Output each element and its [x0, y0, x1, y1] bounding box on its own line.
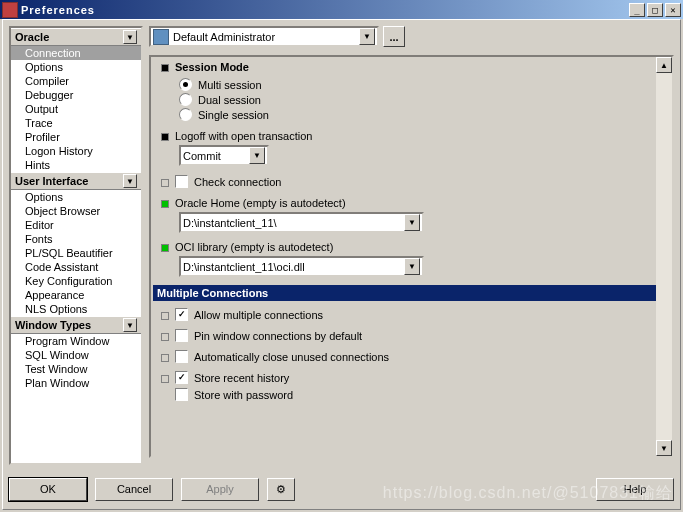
- sidebar-item-editor[interactable]: Editor: [11, 218, 141, 232]
- category-label: User Interface: [15, 175, 88, 187]
- ok-button[interactable]: OK: [9, 478, 87, 501]
- category-header-window-types[interactable]: Window Types ▼: [11, 316, 141, 334]
- sidebar-item-output[interactable]: Output: [11, 102, 141, 116]
- sidebar-item-key-config[interactable]: Key Configuration: [11, 274, 141, 288]
- marker-icon: [161, 312, 169, 320]
- checkbox-label: Store recent history: [194, 372, 289, 384]
- checkbox-label: Automatically close unused connections: [194, 351, 389, 363]
- checkbox-icon: [175, 175, 188, 188]
- oracle-home-input[interactable]: D:\instantclient_11\ ▼: [179, 212, 424, 233]
- checkbox-icon: [175, 308, 188, 321]
- sidebar-item-connection[interactable]: Connection: [11, 46, 141, 60]
- checkbox-icon: [175, 329, 188, 342]
- logoff-label: Logoff with open transaction: [175, 130, 312, 142]
- checkbox-label: Allow multiple connections: [194, 309, 323, 321]
- scroll-up-icon[interactable]: ▲: [656, 57, 672, 73]
- pin-window-row[interactable]: Pin window connections by default: [161, 328, 650, 343]
- radio-label: Multi session: [198, 79, 262, 91]
- sidebar-item-beautifier[interactable]: PL/SQL Beautifier: [11, 246, 141, 260]
- scroll-thumb[interactable]: [656, 73, 672, 440]
- logoff-group: Logoff with open transaction Commit ▼: [161, 130, 650, 166]
- store-history-row[interactable]: Store recent history: [161, 370, 650, 385]
- sidebar-item-appearance[interactable]: Appearance: [11, 288, 141, 302]
- maximize-button[interactable]: □: [647, 3, 663, 17]
- sidebar-item-fonts[interactable]: Fonts: [11, 232, 141, 246]
- session-mode-group: Session Mode Multi session Dual session …: [161, 61, 650, 122]
- sidebar-item-code-assistant[interactable]: Code Assistant: [11, 260, 141, 274]
- sidebar-item-profiler[interactable]: Profiler: [11, 130, 141, 144]
- chevron-down-icon[interactable]: ▼: [404, 214, 420, 231]
- category-header-ui[interactable]: User Interface ▼: [11, 172, 141, 190]
- chevron-down-icon[interactable]: ▼: [249, 147, 265, 164]
- radio-label: Single session: [198, 109, 269, 121]
- sidebar-item-options[interactable]: Options: [11, 60, 141, 74]
- checkbox-icon: [175, 371, 188, 384]
- export-config-button[interactable]: ⚙: [267, 478, 295, 501]
- session-mode-label: Session Mode: [175, 61, 249, 73]
- scroll-down-icon[interactable]: ▼: [656, 440, 672, 456]
- check-connection-row[interactable]: Check connection: [161, 174, 650, 189]
- chevron-down-icon[interactable]: ▼: [123, 30, 137, 44]
- oci-library-input[interactable]: D:\instantclient_11\oci.dll ▼: [179, 256, 424, 277]
- marker-icon: [161, 375, 169, 383]
- allow-multiple-row[interactable]: Allow multiple connections: [161, 307, 650, 322]
- profile-icon: [153, 29, 169, 45]
- category-header-oracle[interactable]: Oracle ▼: [11, 28, 141, 46]
- marker-icon: [161, 179, 169, 187]
- oci-library-label: OCI library (empty is autodetect): [175, 241, 333, 253]
- sidebar-item-hints[interactable]: Hints: [11, 158, 141, 172]
- marker-icon: [161, 200, 169, 208]
- sidebar-item-plan-window[interactable]: Plan Window: [11, 376, 141, 390]
- content-area: Default Administrator ▼ ... Session Mode…: [149, 26, 674, 465]
- oracle-home-label: Oracle Home (empty is autodetect): [175, 197, 346, 209]
- auto-close-row[interactable]: Automatically close unused connections: [161, 349, 650, 364]
- help-button[interactable]: Help: [596, 478, 674, 501]
- sidebar-item-program-window[interactable]: Program Window: [11, 334, 141, 348]
- sidebar-item-trace[interactable]: Trace: [11, 116, 141, 130]
- radio-label: Dual session: [198, 94, 261, 106]
- marker-icon: [161, 244, 169, 252]
- radio-icon: [179, 93, 192, 106]
- store-password-row[interactable]: Store with password: [161, 387, 650, 402]
- profile-select[interactable]: Default Administrator ▼: [149, 26, 379, 47]
- sidebar-item-compiler[interactable]: Compiler: [11, 74, 141, 88]
- profile-more-button[interactable]: ...: [383, 26, 405, 47]
- oci-library-group: OCI library (empty is autodetect) D:\ins…: [161, 241, 650, 277]
- sidebar-item-logon-history[interactable]: Logon History: [11, 144, 141, 158]
- radio-multi-session[interactable]: Multi session: [161, 77, 650, 92]
- category-label: Oracle: [15, 31, 49, 43]
- vertical-scrollbar[interactable]: ▲ ▼: [656, 57, 672, 456]
- oracle-home-value: D:\instantclient_11\: [183, 217, 404, 229]
- cancel-button[interactable]: Cancel: [95, 478, 173, 501]
- category-label: Window Types: [15, 319, 91, 331]
- apply-button[interactable]: Apply: [181, 478, 259, 501]
- chevron-down-icon[interactable]: ▼: [123, 318, 137, 332]
- marker-icon: [161, 133, 169, 141]
- category-sidebar: Oracle ▼ Connection Options Compiler Deb…: [9, 26, 143, 465]
- close-button[interactable]: ✕: [665, 3, 681, 17]
- sidebar-item-nls[interactable]: NLS Options: [11, 302, 141, 316]
- profile-selected-text: Default Administrator: [173, 31, 359, 43]
- oci-library-value: D:\instantclient_11\oci.dll: [183, 261, 404, 273]
- radio-single-session[interactable]: Single session: [161, 107, 650, 122]
- checkbox-icon: [175, 350, 188, 363]
- radio-dual-session[interactable]: Dual session: [161, 92, 650, 107]
- window-body: Oracle ▼ Connection Options Compiler Deb…: [2, 19, 681, 510]
- radio-icon: [179, 78, 192, 91]
- logoff-select[interactable]: Commit ▼: [179, 145, 269, 166]
- sidebar-item-object-browser[interactable]: Object Browser: [11, 204, 141, 218]
- checkbox-label: Pin window connections by default: [194, 330, 362, 342]
- chevron-down-icon[interactable]: ▼: [404, 258, 420, 275]
- chevron-down-icon[interactable]: ▼: [359, 28, 375, 45]
- chevron-down-icon[interactable]: ▼: [123, 174, 137, 188]
- checkbox-icon: [175, 388, 188, 401]
- window-title: Preferences: [21, 4, 627, 16]
- sidebar-item-test-window[interactable]: Test Window: [11, 362, 141, 376]
- oracle-home-group: Oracle Home (empty is autodetect) D:\ins…: [161, 197, 650, 233]
- multiple-connections-header: Multiple Connections: [153, 285, 658, 301]
- sidebar-item-debugger[interactable]: Debugger: [11, 88, 141, 102]
- minimize-button[interactable]: _: [629, 3, 645, 17]
- sidebar-item-sql-window[interactable]: SQL Window: [11, 348, 141, 362]
- sidebar-item-ui-options[interactable]: Options: [11, 190, 141, 204]
- gear-icon: ⚙: [276, 483, 286, 496]
